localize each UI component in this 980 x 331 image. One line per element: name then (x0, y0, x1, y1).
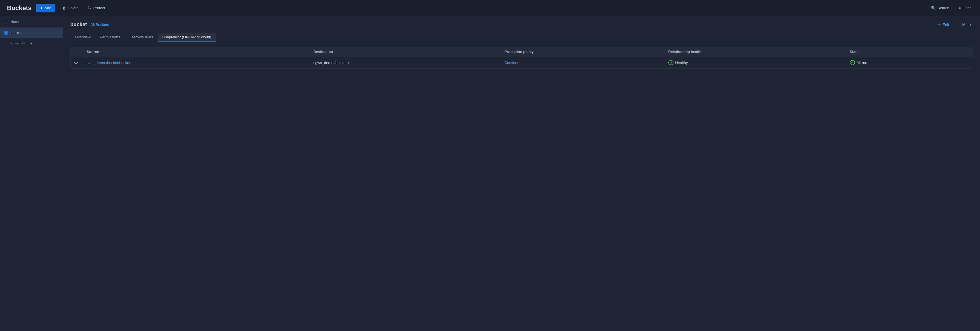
col-source[interactable]: Source (83, 47, 309, 57)
sidebar-header: Name (0, 16, 63, 28)
row-health-cell: Healthy (664, 57, 846, 68)
sidebar: Name ✓ bucket ontap-dummy (0, 16, 64, 331)
add-button[interactable]: + Add (36, 4, 55, 13)
row-expand-cell[interactable] (71, 57, 83, 68)
state-checkmark-svg (851, 61, 854, 64)
tab-snapmirror[interactable]: SnapMirror (ONTAP or cloud) (158, 33, 216, 42)
sidebar-item-ontap-dummy[interactable]: ontap-dummy (0, 38, 63, 48)
search-label: Search (937, 6, 949, 10)
state-status: Mirrored (850, 60, 969, 65)
health-check-icon (668, 60, 673, 65)
chevron-down-icon (74, 60, 78, 64)
bucket-header-right: ✏ Edit ⋮ More (936, 21, 973, 29)
row-state-cell: Mirrored (846, 57, 973, 68)
main-layout: Name ✓ bucket ontap-dummy bucket All Buc… (0, 16, 980, 331)
tab-overview[interactable]: Overview (70, 33, 95, 42)
filter-label: Filter (963, 6, 971, 10)
edit-label: Edit (943, 22, 949, 27)
page-title: Buckets (7, 4, 32, 12)
search-button[interactable]: 🔍 Search (929, 5, 951, 11)
select-all-checkbox[interactable] (4, 20, 8, 24)
col-destination[interactable]: Destination (309, 47, 500, 57)
state-label: Mirrored (857, 61, 870, 65)
col-health[interactable]: Relationship health (664, 47, 846, 57)
sidebar-column-name: Name (10, 19, 21, 24)
delete-label: Delete (68, 6, 79, 10)
sidebar-item-label-ontap: ontap-dummy (10, 41, 32, 45)
sidebar-item-label-bucket: bucket (10, 30, 21, 35)
filter-icon: ≡ (959, 6, 961, 10)
plus-icon: + (40, 5, 43, 11)
protect-button[interactable]: 🛡 Protect (86, 5, 107, 11)
add-label: Add (45, 6, 51, 10)
health-status: Healthy (668, 60, 842, 65)
col-policy[interactable]: Protection policy (500, 47, 664, 57)
content-area: bucket All Buckets ✏ Edit ⋮ More Overvie… (64, 16, 980, 331)
sidebar-item-bucket[interactable]: ✓ bucket (0, 28, 63, 38)
protect-label: Protect (93, 6, 105, 10)
col-state[interactable]: State (846, 47, 973, 57)
more-dots-icon: ⋮ (956, 22, 961, 27)
toolbar-right: 🔍 Search ≡ Filter (929, 5, 973, 11)
more-label: More (962, 22, 971, 27)
checkmark-svg (670, 61, 672, 64)
source-link[interactable]: svm_demo:/bucket/bucket (87, 61, 130, 65)
snapmirror-table: Source Destination Protection policy Rel… (71, 47, 973, 68)
trash-icon: 🗑 (62, 6, 66, 10)
bucket-header: bucket All Buckets ✏ Edit ⋮ More (70, 21, 973, 29)
tab-lifecycle[interactable]: Lifecycle rules (125, 33, 158, 42)
filter-button[interactable]: ≡ Filter (956, 5, 973, 11)
tabs: Overview Permissions Lifecycle rules Sna… (70, 33, 973, 42)
table-header-row: Source Destination Protection policy Rel… (71, 47, 973, 57)
tab-permissions[interactable]: Permissions (95, 33, 125, 42)
policy-link[interactable]: Continuous (504, 61, 523, 65)
shield-icon: 🛡 (88, 6, 92, 10)
col-expand (71, 47, 83, 57)
table-row: svm_demo:/bucket/bucket sgws_demo:/objst… (71, 57, 973, 68)
delete-button[interactable]: 🗑 Delete (60, 5, 81, 11)
row-source-cell: svm_demo:/bucket/bucket (83, 57, 309, 68)
top-bar: Buckets + Add 🗑 Delete 🛡 Protect 🔍 Searc… (0, 0, 980, 16)
bucket-header-left: bucket All Buckets (70, 22, 109, 28)
edit-icon: ✏ (938, 23, 941, 27)
row-policy-cell: Continuous (500, 57, 664, 68)
search-icon: 🔍 (931, 6, 935, 10)
health-label: Healthy (675, 61, 688, 65)
snapmirror-table-container: Source Destination Protection policy Rel… (70, 47, 973, 69)
bucket-checkbox[interactable]: ✓ (4, 31, 8, 35)
bucket-name: bucket (70, 22, 87, 28)
toolbar-left: Buckets + Add 🗑 Delete 🛡 Protect (7, 4, 107, 13)
edit-button[interactable]: ✏ Edit (936, 21, 951, 28)
state-check-icon (850, 60, 855, 65)
breadcrumb-link[interactable]: All Buckets (91, 22, 109, 27)
more-button[interactable]: ⋮ More (953, 21, 973, 29)
row-destination-cell: sgws_demo:/objstore (309, 57, 500, 68)
